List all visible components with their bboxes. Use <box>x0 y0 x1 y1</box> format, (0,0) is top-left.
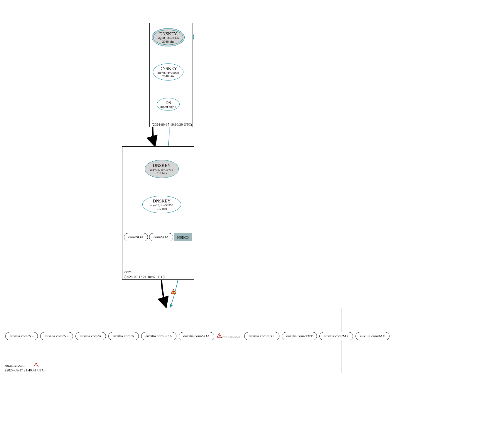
node-line3: 2048 bits <box>162 40 174 43</box>
zone-leaf-timestamp: (2024-09-17 21:49:41 UTC) <box>5 368 45 372</box>
node-line2: alg=8, id=20326 <box>158 36 179 40</box>
node-root-ds[interactable]: DS digest alg=2 <box>157 98 180 111</box>
node-title: DNSKEY <box>153 163 171 168</box>
node-label: com/SOA <box>154 235 169 239</box>
leaf-record[interactable]: euxilia.com/TXT <box>244 332 279 340</box>
zone-leaf-name: euxilia.com <box>5 363 25 368</box>
node-line3: 2048 bits <box>162 74 174 78</box>
svg-rect-1 <box>173 293 174 293</box>
svg-rect-0 <box>173 291 174 292</box>
node-com-soa-2[interactable]: com/SOA <box>149 233 173 241</box>
zone-root-timestamp: (2024-09-17 19:10:39 UTC) <box>152 123 192 127</box>
svg-rect-2 <box>36 364 36 365</box>
node-title: DS <box>165 100 171 105</box>
warning-icon <box>33 363 39 367</box>
zone-root-name: . <box>152 118 192 123</box>
node-label: NSEC3 <box>177 234 189 240</box>
leaf-record[interactable]: euxilia.com/A <box>108 332 139 340</box>
node-line2: alg=13, id=19718 <box>150 168 173 171</box>
node-line2: digest alg=2 <box>160 105 176 108</box>
node-line2: alg=13, id=59354 <box>150 203 173 207</box>
svg-rect-3 <box>36 366 36 367</box>
svg-rect-5 <box>219 337 220 337</box>
warning-icon <box>217 333 222 338</box>
leaf-record[interactable]: euxilia.com/A <box>75 332 106 340</box>
leaf-record[interactable]: euxilia.com/MX <box>319 332 353 340</box>
node-title: DNSKEY <box>153 199 171 204</box>
zone-com-name: com <box>124 270 165 275</box>
node-root-dnskey-2[interactable]: DNSKEY alg=8, id=20038 2048 bits <box>153 63 183 81</box>
node-label: com/SOA <box>128 235 144 239</box>
node-line3: 512 bits <box>156 171 167 175</box>
zone-leaf <box>3 308 341 373</box>
node-com-dnskey-1[interactable]: DNSKEY alg=13, id=19718 512 bits <box>145 160 179 178</box>
node-com-soa-1[interactable]: com/SOA <box>124 233 148 241</box>
node-com-dnskey-2[interactable]: DNSKEY alg=13, id=59354 512 bits <box>142 196 181 213</box>
node-line2: alg=8, id=20038 <box>158 71 179 74</box>
leaf-record[interactable]: euxilia.com/NS <box>5 332 38 340</box>
warning-icon <box>171 289 176 294</box>
leaf-record[interactable]: euxilia.com/NS <box>40 332 73 340</box>
node-title: DNSKEY <box>159 31 177 36</box>
node-title: DNSKEY <box>159 66 177 71</box>
zone-leaf-label: euxilia.com (2024-09-17 21:49:41 UTC) <box>5 363 45 432</box>
svg-rect-4 <box>219 335 220 336</box>
leaf-record[interactable]: euxilia.com/TXT <box>282 332 317 340</box>
leaf-record[interactable]: euxilia.com/MX <box>355 332 390 340</box>
zone-com-timestamp: (2024-09-17 21:10:47 UTC) <box>124 275 165 279</box>
leaf-record[interactable]: euxilia.com/SOA <box>179 332 214 340</box>
node-com-nsec3[interactable]: NSEC3 <box>174 233 192 241</box>
node-line3: 512 bits <box>156 207 167 210</box>
node-root-dnskey-1[interactable]: DNSKEY alg=8, id=20326 2048 bits <box>152 28 185 46</box>
leaf-record[interactable]: euxilia.com/SOA <box>141 332 177 340</box>
leaf-record-row: euxilia.com/NSeuxilia.com/NSeuxilia.com/… <box>5 332 390 340</box>
